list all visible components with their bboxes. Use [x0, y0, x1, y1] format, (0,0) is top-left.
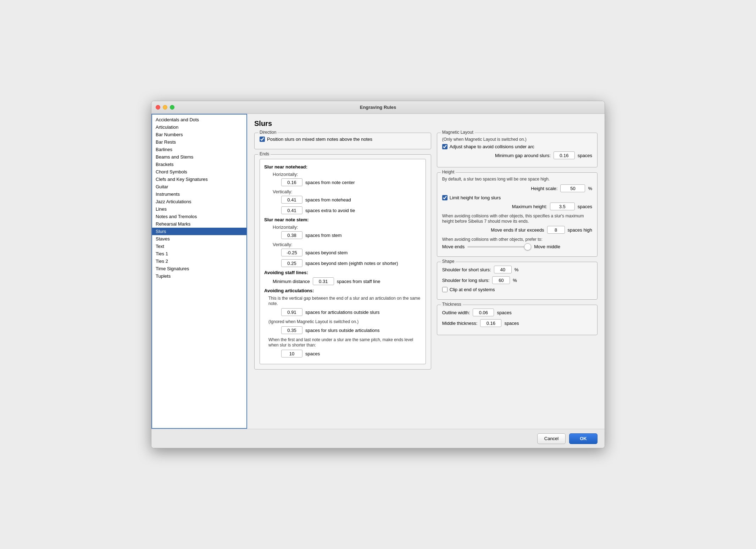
ok-button[interactable]: OK [569, 433, 597, 444]
vert2-row: spaces extra to avoid tie [281, 206, 421, 214]
slider-track[interactable] [467, 246, 531, 248]
max-height-input[interactable] [550, 203, 575, 210]
traffic-lights [156, 105, 174, 110]
sidebar-item-bar-rests[interactable]: Bar Rests [152, 138, 246, 146]
stem-vert-label: Vertically: [273, 242, 421, 247]
stem-vert1-input[interactable] [281, 249, 302, 256]
clip-checkbox[interactable] [442, 287, 448, 292]
sidebar-item-text[interactable]: Text [152, 243, 246, 250]
slider-row: Move ends Move middle [442, 244, 592, 249]
min-dist-unit: spaces from staff line [337, 279, 380, 284]
short-slur-label: Shoulder for short slurs: [442, 267, 491, 272]
vert1-unit: spaces from notehead [305, 197, 351, 203]
ends-group: Ends Slur near notehead: Horizontally: s… [254, 154, 431, 370]
limit-height-row: Limit height for long slurs [442, 195, 592, 200]
min-dist-input[interactable] [313, 277, 334, 285]
ignored-text: (Ignored when Magnetic Layout is switche… [268, 319, 358, 324]
sidebar-item-articulation[interactable]: Articulation [152, 123, 246, 131]
stem-horiz-input[interactable] [281, 231, 302, 239]
outside-unit: spaces for slurs outside articulations [305, 328, 362, 333]
move-ends-side: Move ends [442, 244, 465, 249]
close-button[interactable] [156, 105, 160, 110]
move-ends-label: Move ends if slur exceeds [491, 227, 544, 233]
stem-vert1-unit: spaces beyond stem [305, 250, 348, 255]
height-scale-label: Height scale: [531, 186, 557, 191]
max-height-unit: spaces [578, 204, 592, 209]
avoiding-staff-label: Avoiding staff lines: [264, 270, 421, 275]
ends-box: Slur near notehead: Horizontally: spaces… [260, 159, 426, 364]
move-ends-unit: spaces high [568, 227, 592, 233]
move-middle-side: Move middle [534, 244, 560, 249]
move-ends-input[interactable] [547, 226, 565, 234]
position-slurs-checkbox[interactable] [260, 137, 265, 142]
sidebar-item-ties1[interactable]: Ties 1 [152, 250, 246, 257]
min-gap-unit: spaces [578, 153, 592, 158]
short-slur-unit: % [515, 267, 519, 272]
min-distance-label: Minimum distance [273, 279, 310, 284]
adjust-shape-checkbox[interactable] [442, 144, 448, 149]
horiz-unit: spaces from note center [305, 180, 355, 185]
shape-label: Shape [441, 259, 456, 264]
sidebar-item-time-sigs[interactable]: Time Signatures [152, 265, 246, 272]
sidebar-item-notes[interactable]: Notes and Tremolos [152, 213, 246, 220]
height-scale-row: Height scale: % [442, 184, 592, 192]
height-scale-input[interactable] [560, 184, 585, 192]
stem-vert2-input[interactable] [281, 259, 302, 267]
long-slur-input[interactable] [492, 276, 510, 284]
outline-input[interactable] [473, 309, 494, 316]
min-gap-row: Minimum gap around slurs: spaces [442, 151, 592, 159]
sidebar-item-tuplets[interactable]: Tuplets [152, 272, 246, 280]
long-slur-label: Shoulder for long slurs: [442, 278, 490, 283]
sidebar-item-beams[interactable]: Beams and Stems [152, 153, 246, 161]
adjust-shape-row: Adjust shape to avoid collisions under a… [442, 144, 592, 149]
sidebar-item-accidentals[interactable]: Accidentals and Dots [152, 116, 246, 123]
sidebar-item-clefs[interactable]: Clefs and Key Signatures [152, 176, 246, 183]
ends-label: Ends [258, 151, 271, 156]
sidebar-item-bar-numbers[interactable]: Bar Numbers [152, 131, 246, 138]
max-height-label: Maximum height: [512, 204, 547, 209]
middle-unit: spaces [504, 321, 519, 326]
min-gap-label: Minimum gap around slurs: [495, 153, 551, 158]
vert2-unit: spaces extra to avoid tie [305, 208, 355, 213]
maximize-button[interactable] [170, 105, 174, 110]
sidebar-item-slurs[interactable]: Slurs [152, 228, 246, 235]
middle-input[interactable] [480, 319, 501, 327]
horiz-input[interactable] [281, 178, 302, 186]
outside-row: spaces for slurs outside articulations [281, 326, 421, 334]
magnetic-only-text: (Only when Magnetic Layout is switched o… [442, 137, 527, 142]
sidebar-item-brackets[interactable]: Brackets [152, 161, 246, 168]
vert1-input[interactable] [281, 196, 302, 204]
clip-row: Clip at end of systems [442, 287, 592, 292]
vert2-input[interactable] [281, 206, 302, 214]
artic-input[interactable] [281, 308, 302, 316]
sidebar-item-instruments[interactable]: Instruments [152, 190, 246, 198]
pitch-input[interactable] [281, 350, 302, 357]
minimize-button[interactable] [163, 105, 167, 110]
sidebar-item-rehearsal[interactable]: Rehearsal Marks [152, 220, 246, 228]
sidebar-item-staves[interactable]: Staves [152, 235, 246, 243]
sidebar-item-chord-symbols[interactable]: Chord Symbols [152, 168, 246, 176]
sidebar-item-barlines[interactable]: Barlines [152, 146, 246, 153]
pitch-desc: When the first and last note under a slu… [268, 337, 413, 348]
middle-row: Middle thickness: spaces [442, 319, 592, 327]
sidebar-item-guitar[interactable]: Guitar [152, 183, 246, 190]
sidebar-item-lines[interactable]: Lines [152, 205, 246, 213]
height-label: Height [441, 170, 456, 174]
sidebar-item-jazz[interactable]: Jazz Articulations [152, 198, 246, 205]
sidebar: Accidentals and Dots Articulation Bar Nu… [151, 114, 247, 429]
horizontally-label: Horizontally: [273, 172, 421, 177]
adjust-shape-label: Adjust shape to avoid collisions under a… [450, 144, 534, 149]
slider-thumb[interactable] [524, 243, 531, 250]
sidebar-item-ties2[interactable]: Ties 2 [152, 257, 246, 265]
short-slur-input[interactable] [494, 266, 512, 273]
max-height-row: Maximum height: spaces [442, 203, 592, 210]
height-desc: By default, a slur two spaces long will … [442, 177, 550, 182]
outside-input[interactable] [281, 326, 302, 334]
min-gap-input[interactable] [554, 151, 575, 159]
move-ends-row: Move ends if slur exceeds spaces high [442, 226, 592, 234]
cancel-button[interactable]: Cancel [537, 433, 566, 444]
thickness-label: Thickness [441, 302, 463, 307]
stem-vert2-row: spaces beyond stem (eighth notes or shor… [281, 259, 421, 267]
limit-height-checkbox[interactable] [442, 195, 448, 200]
main-window: Engraving Rules Accidentals and Dots Art… [151, 101, 605, 448]
